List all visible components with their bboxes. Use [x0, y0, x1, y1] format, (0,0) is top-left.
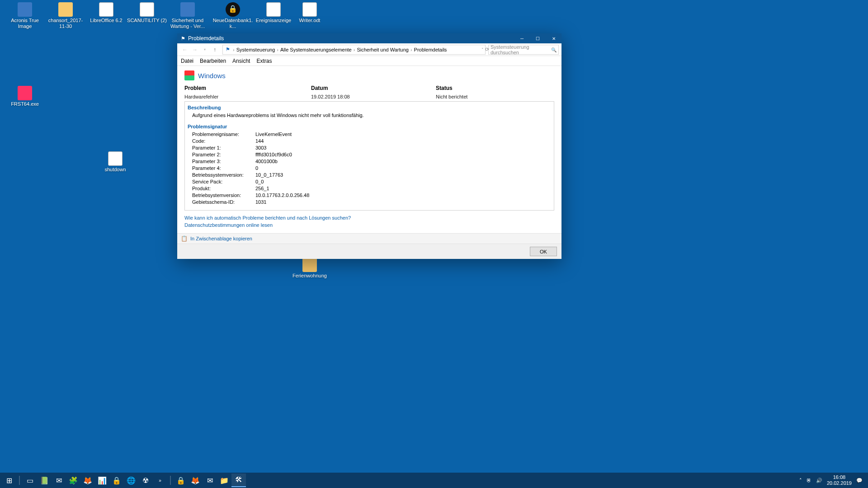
taskbar-calc[interactable]: 📊: [95, 474, 109, 487]
signature-key: Code:: [192, 138, 255, 145]
taskbar-running-firefox[interactable]: 🦊: [188, 474, 203, 487]
tray-security-icon[interactable]: ⛨: [807, 478, 811, 483]
start-button[interactable]: ⊞: [2, 474, 16, 487]
desktop-icon-ferienwohnung[interactable]: Ferienwohnung: [289, 258, 330, 279]
signature-row: Parameter 2:ffffd3010cf9d6c0: [192, 151, 550, 158]
recent-dropdown[interactable]: ▾: [200, 45, 210, 55]
taskbar-running-mail[interactable]: ✉: [203, 474, 217, 487]
taskbar-chrome[interactable]: 🌐: [124, 474, 138, 487]
menu-bar: Datei Bearbeiten Ansicht Extras: [177, 56, 561, 66]
desktop-icon-ereignisanzeige[interactable]: Ereignisanzeige: [253, 2, 294, 23]
taskbar-mail[interactable]: ✉: [52, 474, 66, 487]
minimize-button[interactable]: ─: [514, 33, 530, 43]
signature-row: Problemereignisame:LiveKernelEvent: [192, 131, 550, 138]
taskbar-taskview[interactable]: ▭: [23, 474, 37, 487]
description-text: Aufgrund eines Hardwareproblems ist Wind…: [192, 112, 550, 119]
breadcrumb-item[interactable]: Sicherheit und Wartung: [357, 47, 409, 52]
maximize-button[interactable]: ☐: [530, 33, 546, 43]
copy-to-clipboard[interactable]: In Zwischenablage kopieren: [177, 233, 561, 244]
desktop-icon-frst64[interactable]: FRST64.exe: [5, 86, 45, 107]
signature-row: Gebietsschema-ID:1031: [192, 199, 550, 206]
taskbar-running-lock[interactable]: 🔒: [174, 474, 188, 487]
taskbar-running-explorer[interactable]: 📁: [217, 474, 231, 487]
signature-key: Parameter 2:: [192, 151, 255, 158]
menu-datei[interactable]: Datei: [181, 58, 193, 64]
desktop-icon-scanutility[interactable]: SCANUTILITY (2): [127, 2, 167, 23]
link-privacy[interactable]: Datenschutzbestimmungen online lesen: [184, 222, 554, 228]
value-problem: Hardwarefehler: [184, 94, 311, 99]
signature-value: 0: [255, 165, 258, 172]
close-button[interactable]: ✕: [546, 33, 561, 43]
detail-box: Beschreibung Aufgrund eines Hardwareprob…: [184, 101, 554, 211]
signature-value: LiveKernelEvent: [255, 131, 292, 138]
value-status: Nicht berichtet: [436, 94, 554, 99]
breadcrumb-dropdown-icon[interactable]: ˅: [481, 47, 484, 52]
desktop-icon-security[interactable]: Sicherheit und Wartung - Ver...: [167, 2, 208, 29]
taskbar: ⊞ ▭ 📗 ✉ 🧩 🦊 📊 🔒 🌐 ☢ » 🔒 🦊 ✉ 📁 🛠 ˄ ⛨ 🔊 16…: [0, 473, 868, 488]
breadcrumb-item[interactable]: Problemdetails: [414, 47, 447, 52]
ok-button[interactable]: OK: [530, 247, 557, 256]
taskbar-overflow[interactable]: »: [153, 474, 167, 487]
col-header-problem: Problem: [184, 85, 206, 91]
signature-row: Parameter 3:4001000b: [192, 158, 550, 165]
taskbar-app-3[interactable]: ☢: [138, 474, 153, 487]
signature-value: 10_0_17763: [255, 172, 283, 178]
title-bar[interactable]: Problemdetails ─ ☐ ✕: [177, 33, 561, 43]
taskbar-running-controlpanel[interactable]: 🛠: [231, 474, 246, 487]
link-auto-report[interactable]: Wie kann ich automatisch Probleme berich…: [184, 215, 554, 221]
windows-flag-icon: [184, 70, 194, 80]
back-button[interactable]: ←: [180, 45, 190, 55]
menu-ansicht[interactable]: Ansicht: [232, 58, 250, 64]
breadcrumb-item[interactable]: Alle Systemsteuerungselemente: [280, 47, 352, 52]
signature-row: Parameter 4:0: [192, 165, 550, 172]
signature-row: Produkt:256_1: [192, 185, 550, 192]
dialog-footer: OK: [177, 244, 561, 259]
tray-volume-icon[interactable]: 🔊: [816, 478, 822, 483]
breadcrumb-item[interactable]: Systemsteuerung: [236, 47, 275, 52]
signature-key: Parameter 3:: [192, 158, 255, 165]
signature-key: Problemereignisame:: [192, 131, 255, 138]
tray-clock[interactable]: 16:08 20.02.2019: [827, 474, 852, 486]
tray-notifications-icon[interactable]: 💬: [856, 478, 863, 483]
signature-row: Parameter 1:3003: [192, 145, 550, 151]
menu-bearbeiten[interactable]: Bearbeiten: [200, 58, 226, 64]
refresh-icon[interactable]: ⟳: [485, 47, 489, 52]
problemdetails-window: Problemdetails ─ ☐ ✕ ← → ▾ ↑ › Systemste…: [177, 33, 561, 259]
system-tray[interactable]: ˄ ⛨ 🔊 16:08 20.02.2019 💬: [796, 474, 866, 486]
desktop-icon-chansort[interactable]: chansort_2017-11-30: [45, 2, 86, 29]
desktop-icon-neuedatenbank[interactable]: NeueDatenbank1.k...: [212, 2, 253, 29]
breadcrumb[interactable]: › Systemsteuerung› Alle Systemsteuerungs…: [222, 45, 486, 55]
search-input[interactable]: Systemsteuerung durchsuchen: [488, 45, 559, 55]
desktop-icon-acronis[interactable]: Acronis True Image: [5, 2, 45, 29]
taskbar-firefox[interactable]: 🦊: [80, 474, 95, 487]
section-beschreibung: Beschreibung: [188, 104, 550, 111]
forward-button[interactable]: →: [190, 45, 200, 55]
control-panel-icon: [225, 47, 231, 52]
taskbar-app-2[interactable]: 🧩: [66, 474, 80, 487]
signature-value: 10.0.17763.2.0.0.256.48: [255, 192, 309, 199]
tray-chevron-icon[interactable]: ˄: [799, 478, 802, 483]
desktop-icon-shutdown[interactable]: shutdown: [95, 151, 136, 173]
nav-bar: ← → ▾ ↑ › Systemsteuerung› Alle Systemst…: [177, 43, 561, 56]
signature-key: Parameter 1:: [192, 145, 255, 151]
signature-key: Gebietsschema-ID:: [192, 199, 255, 206]
signature-value: 0_0: [255, 178, 264, 185]
taskbar-app-1[interactable]: 📗: [37, 474, 52, 487]
signature-row: Betriebssystemversion:10_0_17763: [192, 172, 550, 178]
menu-extras[interactable]: Extras: [256, 58, 272, 64]
window-title: Problemdetails: [181, 35, 514, 42]
signature-table: Problemereignisame:LiveKernelEventCode:1…: [192, 131, 550, 206]
signature-value: 1031: [255, 199, 266, 206]
desktop-icon-writer[interactable]: Writer.odt: [289, 2, 330, 23]
signature-key: Betriebssystemversion:: [192, 172, 255, 178]
desktop-icon-libreoffice[interactable]: LibreOffice 6.2: [86, 2, 127, 23]
signature-key: Parameter 4:: [192, 165, 255, 172]
taskbar-lock[interactable]: 🔒: [109, 474, 124, 487]
value-datum: 19.02.2019 18:08: [311, 94, 436, 99]
search-icon: [551, 47, 557, 52]
signature-row: Service Pack:0_0: [192, 178, 550, 185]
content-area: Windows Problem Datum Status Hardwarefeh…: [177, 66, 561, 233]
up-button[interactable]: ↑: [210, 45, 220, 55]
page-heading: Windows: [198, 72, 226, 80]
signature-key: Betriebsystemversion:: [192, 192, 255, 199]
